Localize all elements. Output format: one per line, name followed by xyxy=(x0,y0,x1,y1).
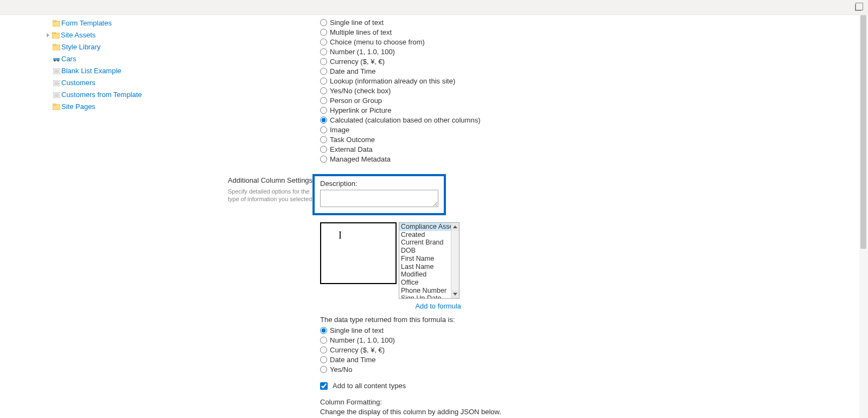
column-type-radio[interactable] xyxy=(320,58,327,65)
column-type-radio[interactable] xyxy=(320,136,327,143)
return-type-option[interactable]: Currency ($, ¥, €) xyxy=(320,345,509,355)
listbox-scrollbar[interactable] xyxy=(451,223,459,298)
nav-item-site-assets[interactable]: Site Assets xyxy=(52,29,206,41)
svg-rect-5 xyxy=(53,44,56,46)
svg-rect-2 xyxy=(52,33,60,38)
column-type-radio[interactable] xyxy=(320,38,327,46)
column-type-option[interactable]: Single line of text xyxy=(320,18,481,27)
column-type-radio[interactable] xyxy=(320,146,327,153)
nav-item-cars[interactable]: Cars xyxy=(52,53,206,65)
insert-column-option[interactable]: Created xyxy=(399,231,459,239)
formula-textarea[interactable] xyxy=(320,222,397,284)
column-type-label: Lookup (information already on this site… xyxy=(330,77,455,86)
nav-item-customers[interactable]: Customers xyxy=(52,77,206,89)
column-type-label: Image xyxy=(330,126,349,134)
insert-column-option[interactable]: Phone Number xyxy=(399,287,459,295)
return-type-option[interactable]: Yes/No xyxy=(320,365,509,374)
list-icon xyxy=(52,67,61,75)
column-type-option[interactable]: Task Outcome xyxy=(320,135,481,144)
svg-rect-0 xyxy=(53,21,60,27)
column-type-radio[interactable] xyxy=(320,78,327,85)
column-type-label: Date and Time xyxy=(330,67,376,76)
insert-column-option[interactable]: DOB xyxy=(399,247,459,255)
insert-column-option[interactable]: Current Brand xyxy=(399,239,459,247)
column-type-option[interactable]: Multiple lines of text xyxy=(320,28,481,37)
return-type-radio[interactable] xyxy=(320,366,327,373)
insert-column-option[interactable]: Compliance Asset Id xyxy=(399,223,459,231)
return-type-radio[interactable] xyxy=(320,346,327,353)
add-all-content-types-label[interactable]: Add to all content types xyxy=(333,382,406,390)
column-type-label: Currency ($, ¥, €) xyxy=(330,57,385,66)
svg-rect-1 xyxy=(53,20,56,22)
column-type-radio[interactable] xyxy=(320,156,327,163)
insert-column-option[interactable]: Office xyxy=(399,279,459,287)
description-label: Description: xyxy=(320,179,438,188)
return-type-label: The data type returned from this formula… xyxy=(320,316,509,324)
column-type-radio[interactable] xyxy=(320,29,327,36)
column-type-radio[interactable] xyxy=(320,68,327,75)
return-type-option[interactable]: Number (1, 1.0, 100) xyxy=(320,336,509,345)
add-to-formula-link[interactable]: Add to formula xyxy=(320,302,461,310)
column-formatting-line1: Change the display of this column by add… xyxy=(320,407,509,417)
return-type-radio[interactable] xyxy=(320,356,327,363)
column-type-label: Single line of text xyxy=(330,18,384,27)
column-type-radio[interactable] xyxy=(320,97,327,104)
column-type-radio[interactable] xyxy=(320,126,327,133)
column-type-option[interactable]: Calculated (calculation based on other c… xyxy=(320,115,481,125)
folder-icon xyxy=(52,20,61,27)
column-type-radio[interactable] xyxy=(320,87,327,94)
nav-item-label: Site Assets xyxy=(61,30,95,40)
column-type-option[interactable]: Number (1, 1.0, 100) xyxy=(320,47,481,56)
nav-item-label: Customers xyxy=(61,78,95,88)
car-icon xyxy=(52,55,61,63)
svg-rect-22 xyxy=(53,104,56,105)
scroll-down-button[interactable] xyxy=(451,290,459,298)
insert-column-option[interactable]: Modified xyxy=(399,271,459,279)
column-type-option[interactable]: Choice (menu to choose from) xyxy=(320,37,481,47)
column-type-option[interactable]: Managed Metadata xyxy=(320,155,481,164)
return-type-label-text: Date and Time xyxy=(330,356,376,364)
column-type-option[interactable]: Hyperlink or Picture xyxy=(320,106,481,115)
column-formatting-title: Column Formatting: xyxy=(320,397,509,407)
focus-mode-icon[interactable] xyxy=(855,4,861,11)
nav-item-label: Blank List Example xyxy=(61,66,122,76)
column-type-radio[interactable] xyxy=(320,117,327,124)
column-type-option[interactable]: Yes/No (check box) xyxy=(320,86,481,95)
description-textarea[interactable] xyxy=(320,190,438,207)
column-type-label: External Data xyxy=(330,145,373,154)
column-type-option[interactable]: Currency ($, ¥, €) xyxy=(320,57,481,66)
nav-item-label: Customers from Template xyxy=(61,90,142,100)
column-type-radio[interactable] xyxy=(320,48,327,55)
insert-column-option[interactable]: Sign Up Date xyxy=(399,294,459,299)
nav-item-form-templates[interactable]: Form Templates xyxy=(52,17,206,29)
return-type-label-text: Number (1, 1.0, 100) xyxy=(330,336,395,345)
nav-item-site-pages[interactable]: Site Pages xyxy=(52,101,206,113)
insert-column-option[interactable]: Last Name xyxy=(399,263,459,271)
column-type-option[interactable]: Date and Time xyxy=(320,67,481,76)
nav-item-customers-from-template[interactable]: Customers from Template xyxy=(52,89,206,101)
column-type-radio[interactable] xyxy=(320,19,327,26)
column-type-label: Task Outcome xyxy=(330,136,375,144)
insert-column-option[interactable]: First Name xyxy=(399,255,459,263)
column-type-label: Managed Metadata xyxy=(330,155,391,164)
nav-item-label: Style Library xyxy=(61,42,100,52)
insert-column-listbox[interactable]: Compliance Asset IdCreatedCurrent BrandD… xyxy=(399,222,459,299)
nav-item-blank-list-example[interactable]: Blank List Example xyxy=(52,65,206,77)
column-type-radio[interactable] xyxy=(320,107,327,114)
scroll-up-button[interactable] xyxy=(451,223,459,231)
expand-triangle-icon[interactable] xyxy=(47,33,49,37)
column-type-option[interactable]: External Data xyxy=(320,145,481,154)
return-type-radio[interactable] xyxy=(320,337,327,344)
column-type-option[interactable]: Lookup (information already on this site… xyxy=(320,76,481,86)
nav-item-label: Site Pages xyxy=(61,102,95,112)
return-type-radio[interactable] xyxy=(320,327,327,334)
page-scrollbar[interactable] xyxy=(859,15,868,418)
return-type-option[interactable]: Date and Time xyxy=(320,355,509,364)
return-type-option[interactable]: Single line of text xyxy=(320,326,509,335)
nav-item-style-library[interactable]: Style Library xyxy=(52,41,206,53)
column-type-option[interactable]: Person or Group xyxy=(320,96,481,105)
add-all-content-types-checkbox[interactable] xyxy=(320,382,328,390)
column-type-label: Calculated (calculation based on other c… xyxy=(330,116,481,125)
column-type-option[interactable]: Image xyxy=(320,125,481,134)
page-scrollbar-thumb[interactable] xyxy=(860,15,866,249)
